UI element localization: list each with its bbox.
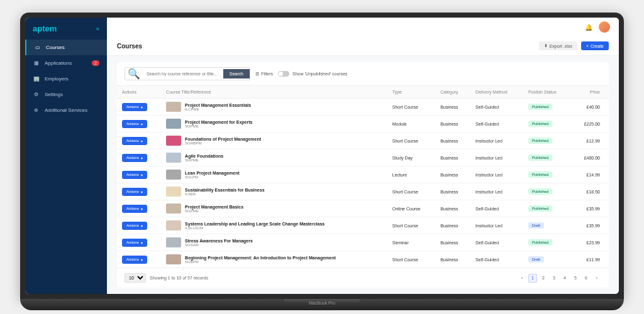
screen: aptem « ▭Courses▦Applications2🏢Employers… — [25, 18, 619, 294]
nav-icon: 🏢 — [33, 75, 40, 82]
course-title[interactable]: Project Management for Experts — [185, 120, 252, 124]
course-category: Business — [435, 166, 470, 183]
course-thumbnail — [166, 170, 181, 180]
collapse-icon[interactable]: « — [96, 25, 99, 32]
course-price: £40.00 — [571, 99, 609, 116]
course-title[interactable]: Lean Project Management — [185, 171, 240, 175]
course-price: £400.00 — [571, 149, 609, 166]
page-button[interactable]: 6 — [582, 274, 591, 283]
row-actions-button[interactable]: Actions ▾ — [122, 205, 147, 213]
notifications-icon[interactable]: 🔔 — [585, 24, 592, 31]
nav-badge: 2 — [92, 60, 99, 66]
course-type: Online Course — [387, 200, 435, 217]
laptop-frame: aptem « ▭Courses▦Applications2🏢Employers… — [20, 13, 624, 310]
course-title[interactable]: Project Management Basics — [185, 205, 243, 209]
row-actions-button[interactable]: Actions ▾ — [122, 120, 147, 128]
page-button[interactable]: 1 — [528, 274, 537, 283]
course-ref: SGSAM — [185, 243, 253, 247]
pagination: 10 Showing 1 to 10 of 57 records ‹123456… — [117, 268, 609, 288]
chevron-down-icon: ▾ — [141, 257, 143, 262]
page-button[interactable]: 5 — [571, 274, 580, 283]
status-badge: Published — [528, 188, 552, 195]
unpublished-toggle[interactable]: Show 'Unpublished' courses — [278, 71, 348, 77]
create-button[interactable]: + Create — [581, 41, 609, 50]
page-button[interactable]: 4 — [560, 274, 569, 283]
row-actions-button[interactable]: Actions ▾ — [122, 222, 147, 230]
course-delivery: Self-Guided — [470, 99, 523, 116]
course-price: £18.50 — [571, 183, 609, 200]
chevron-down-icon: ▾ — [141, 156, 143, 160]
col-price: Price — [571, 86, 609, 99]
course-ref: ILCPME — [185, 107, 251, 111]
course-thumbnail — [166, 187, 181, 197]
course-title[interactable]: Project Management Essentials — [185, 103, 251, 107]
row-actions-button[interactable]: Actions ▾ — [122, 188, 147, 196]
sidebar-item-courses[interactable]: ▭Courses — [25, 40, 107, 55]
col-type: Type — [387, 86, 435, 99]
course-category: Business — [435, 149, 470, 166]
course-thumbnail — [166, 254, 181, 264]
filters-button[interactable]: ☰ Filters — [255, 72, 273, 77]
course-type: Short Course — [387, 251, 435, 268]
course-price: £23.99 — [571, 234, 609, 251]
search-input[interactable] — [143, 69, 223, 78]
chevron-down-icon: ▾ — [141, 207, 143, 211]
page-button[interactable]: 2 — [539, 274, 548, 283]
page-button[interactable]: 3 — [550, 274, 558, 283]
next-page-button[interactable]: › — [592, 274, 601, 283]
table-row: Actions ▾ Stress Awareness For ManagersS… — [117, 234, 609, 251]
sidebar-item-employers[interactable]: 🏢Employers — [25, 71, 107, 87]
search-button[interactable]: Search — [223, 69, 250, 78]
course-title[interactable]: Beginning Project Management: An Introdu… — [185, 256, 336, 260]
search-icon: 🔍 — [125, 68, 143, 80]
course-cell: Project Management EssentialsILCPME — [166, 102, 382, 112]
row-actions-button[interactable]: Actions ▾ — [122, 154, 147, 162]
course-category: Business — [435, 251, 470, 268]
row-actions-button[interactable]: Actions ▾ — [122, 171, 147, 179]
course-price: £14.99 — [571, 166, 609, 183]
status-badge: Published — [528, 205, 552, 212]
course-title[interactable]: Sustainability Essentials for Business — [185, 188, 264, 192]
course-title[interactable]: Foundations of Project Management — [185, 137, 261, 141]
course-type: Short Course — [387, 217, 435, 234]
page-header: Courses ⬇ Export .xlsx + Create — [107, 36, 619, 56]
course-delivery: Self-Guided — [470, 116, 523, 133]
table-header-row: Actions Course Title/Reference Type Cate… — [117, 86, 609, 99]
course-cell: Foundations of Project ManagementSGMBPM — [166, 136, 382, 146]
avatar[interactable] — [599, 21, 610, 33]
sidebar-item-additional-services[interactable]: ⊕Additional Services — [25, 102, 107, 118]
course-category: Business — [435, 133, 470, 149]
sidebar-item-applications[interactable]: ▦Applications2 — [25, 55, 107, 71]
status-badge: Published — [528, 121, 552, 127]
col-category: Category — [435, 86, 470, 99]
course-ref: SGPME — [185, 158, 223, 162]
prev-page-button[interactable]: ‹ — [518, 274, 526, 283]
laptop-base: MacBook Pro — [20, 299, 624, 310]
course-title[interactable]: Stress Awareness For Managers — [185, 239, 253, 243]
course-cell: Sustainability Essentials for BusinessIL… — [166, 187, 382, 197]
nav-label: Applications — [45, 60, 72, 66]
row-actions-button[interactable]: Actions ▾ — [122, 239, 147, 247]
course-ref: SGPME — [185, 209, 243, 213]
export-button[interactable]: ⬇ Export .xlsx — [539, 41, 577, 50]
table-row: Actions ▾ Beginning Project Management: … — [117, 251, 609, 268]
laptop-label: MacBook Pro — [309, 301, 335, 305]
course-title[interactable]: Systems Leadership and Leading Large Sca… — [185, 222, 325, 226]
table-row: Actions ▾ Lean Project ManagementSGLPM L… — [117, 166, 609, 183]
course-thumbnail — [166, 237, 181, 247]
toggle-switch[interactable] — [278, 71, 289, 77]
row-actions-button[interactable]: Actions ▾ — [122, 256, 147, 264]
page-size-select[interactable]: 10 — [125, 273, 146, 283]
course-title[interactable]: Agile Foundations — [185, 154, 223, 158]
row-actions-button[interactable]: Actions ▾ — [122, 137, 147, 145]
course-cell: Agile FoundationsSGPME — [166, 153, 382, 163]
course-type: Module — [387, 116, 435, 133]
sidebar-item-settings[interactable]: ⚙Settings — [25, 87, 107, 102]
status-badge: Published — [528, 239, 552, 246]
main-content: 🔔 Courses ⬇ Export .xlsx + Create — [107, 18, 619, 294]
nav-label: Employers — [45, 76, 69, 82]
course-type: Study Day — [387, 149, 435, 166]
page-title: Courses — [117, 43, 142, 50]
table-row: Actions ▾ Agile FoundationsSGPME Study D… — [117, 149, 609, 166]
row-actions-button[interactable]: Actions ▾ — [122, 103, 147, 111]
